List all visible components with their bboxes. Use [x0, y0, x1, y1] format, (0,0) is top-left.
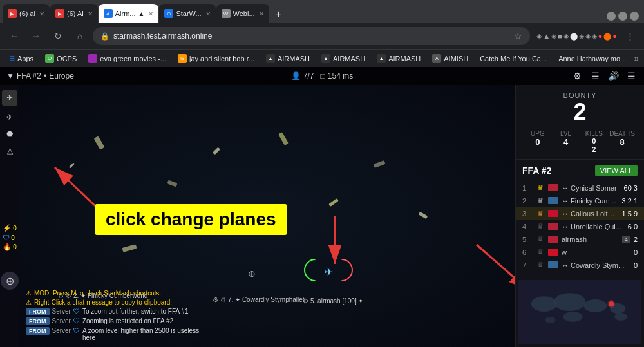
leaderboard-title: FFA #2 [522, 165, 551, 176]
close-button[interactable] [630, 12, 639, 21]
reload-button[interactable]: ↻ [49, 27, 67, 45]
leaderboard-section: FFA #2 VIEW ALL 1. ♛ ↔ Cynical Somer 60 … [516, 160, 644, 277]
volume-icon[interactable]: 🔊 [607, 70, 620, 82]
bookmark-eva[interactable]: eva green movies -... [84, 53, 170, 64]
flag-4 [548, 223, 558, 230]
lb-name-4: ↔ Unreliable Qui... [562, 223, 625, 230]
menu-button[interactable]: ⋮ [621, 27, 639, 45]
lvl-label: LVL [552, 130, 580, 137]
crown-icon-1: ♛ [536, 183, 545, 192]
extensions-icon: ◈ ▲ ◈ ■ ◈ ⬤ ◈ ◈ ◈ ● ⬤ ● [536, 32, 617, 41]
lb-score-7: 0 [634, 261, 638, 269]
main-player-plane: ✈ [316, 259, 341, 285]
bookmark-airmash3[interactable]: ▲ AIRMASH [373, 53, 424, 64]
mini-map [518, 280, 641, 344]
kills-label: KILLS [580, 130, 609, 137]
bounty-value: 2 [524, 99, 636, 125]
lb-score-3: 1 5 9 [622, 210, 638, 218]
back-button[interactable]: ← [5, 27, 23, 45]
tab-airmash[interactable]: A Airm... ▲ ✕ [99, 4, 159, 23]
list-icon[interactable]: ☰ [589, 70, 601, 82]
bookmark-aimish[interactable]: A AIMISH [428, 53, 472, 64]
lb-score-5: 2 [634, 236, 638, 243]
flag-1 [548, 184, 558, 191]
bookmark-catchme[interactable]: Catch Me If You Ca... [476, 53, 551, 64]
bookmark-airmash2[interactable]: ▲ AIRMASH [317, 53, 369, 64]
chat-sender-1: Server [52, 308, 71, 315]
shield-icon-2: 🛡 [73, 317, 80, 324]
crown-icon-2: ♛ [536, 196, 545, 205]
chat-notice-1: ⚠ MOD: Press M to check StarMash shortcu… [26, 290, 213, 297]
lb-rank-2: 2. [522, 197, 533, 205]
home-button[interactable]: ⌂ [71, 27, 89, 45]
nav-bar: ← → ↻ ⌂ 🔒 starmash.test.airmash.online ☆… [0, 23, 644, 49]
ping-value: 154 ms [328, 71, 353, 80]
bookmark-jay[interactable]: G jay and silent bob r... [174, 53, 258, 64]
bookmark-anne[interactable]: Anne Hathaway mo... [554, 53, 630, 64]
player-count: 👤 7/7 [291, 71, 314, 80]
lb-name-7: ↔ Cowardly Stym... [562, 261, 630, 269]
tab-web[interactable]: W Webl... ✕ [216, 4, 269, 23]
upgrade-icon[interactable]: ⊕ [1, 272, 19, 290]
tab-ai-2[interactable]: ▶ (6) Ai ✕ [50, 4, 98, 23]
power-counter: ⚡ 0 [3, 224, 17, 232]
forward-button[interactable]: → [27, 27, 45, 45]
chat-sender-2: Server [52, 317, 71, 324]
bookmark-airmash1[interactable]: ▲ AIRMASH [262, 53, 314, 64]
svg-point-5 [531, 296, 557, 312]
from-badge-3: FROM [26, 327, 50, 335]
maximize-button[interactable] [618, 12, 627, 21]
view-all-button[interactable]: VIEW ALL [595, 165, 638, 176]
game-canvas[interactable]: ⊕ ✈ ⚙ ⚙ 2. ✦ Finicky Cumberworld ⚙ ⚙ 7. … [19, 85, 515, 347]
upg-label: UPG [524, 130, 552, 137]
crown-icon-4: ♛ [536, 222, 545, 231]
svg-point-13 [607, 300, 615, 308]
stat-upg: UPG 0 [524, 130, 552, 154]
chat-sender-3: Server [52, 327, 71, 334]
chat-msg-2: FROM Server 🛡 Zooming is restricted on F… [26, 317, 213, 325]
stats-section: BOUNTY 2 UPG 0 LVL 4 KILLS 02 DEATHS 8 [516, 85, 644, 160]
lb-rank-3: 3. [522, 210, 533, 218]
svg-point-7 [583, 299, 607, 312]
lb-score-4: 6 0 [628, 223, 638, 230]
deaths-label: DEATHS [608, 130, 636, 137]
lb-rank-5: 5. [522, 236, 533, 243]
tab-bar: ▶ (6) ai ✕ ▶ (6) Ai ✕ A Airm... ▲ ✕ ⊕ St… [0, 0, 644, 23]
flag-5 [548, 236, 558, 243]
svg-point-11 [614, 313, 627, 321]
ping-display: □ 154 ms [321, 71, 354, 80]
bookmark-ocps[interactable]: O OCPS [41, 53, 80, 64]
leaderboard-header: FFA #2 VIEW ALL [516, 165, 644, 182]
chat-text-1: To zoom out further, switch to FFA #1 [82, 308, 189, 315]
settings-icon[interactable]: ⚙ [571, 70, 583, 82]
tab-new-button[interactable]: + [270, 5, 288, 23]
lb-score-1: 60 3 [624, 184, 638, 192]
lb-name-5: airmash [562, 236, 618, 243]
chat-text-3: A zoom level higher than 2500 is useless… [82, 327, 213, 341]
plane-select-4[interactable]: △ [2, 143, 17, 158]
minimize-button[interactable] [607, 12, 616, 21]
game-container: ▼ FFA #2 • Europe 👤 7/7 □ 154 ms ⚙ ☰ 🔊 ☰… [0, 67, 644, 347]
tab-ai-1[interactable]: ▶ (6) ai ✕ [3, 4, 50, 23]
lb-score-6: 0 [634, 249, 638, 256]
plane-select-3[interactable]: ⬟ [2, 126, 17, 142]
address-bar[interactable]: 🔒 starmash.test.airmash.online ☆ [93, 27, 530, 45]
lb-row-3: 3. ♛ ↔ Callous Loiter-... 1 5 9 [516, 207, 644, 220]
tab-star[interactable]: ⊕ StarW... ✕ [159, 4, 215, 23]
menu-icon[interactable]: ☰ [625, 70, 638, 82]
more-bookmarks[interactable]: » [634, 53, 639, 63]
plane-select-2[interactable]: ✈ [2, 109, 17, 125]
star-icon: ☆ [514, 31, 522, 41]
chat-notice-2: ⚠ Right-Click a chat message to copy to … [26, 299, 213, 306]
lb-rank-4: 4. [522, 223, 533, 230]
lb-name-6: w [562, 249, 630, 256]
bookmark-apps[interactable]: ⊞ Apps [5, 53, 37, 64]
server-info: ▼ FFA #2 • Europe [6, 71, 74, 80]
inferno-counter: 🔥 0 [3, 243, 17, 251]
close-icon: ▲ [138, 10, 145, 17]
plane-select-1[interactable]: ✈ [2, 90, 17, 106]
crown-icon-5: ♛ [536, 235, 545, 244]
annotation-text: click change planes [106, 209, 276, 229]
shield-icon: 🛡 [73, 308, 80, 315]
stat-kills: KILLS 02 [580, 130, 609, 154]
